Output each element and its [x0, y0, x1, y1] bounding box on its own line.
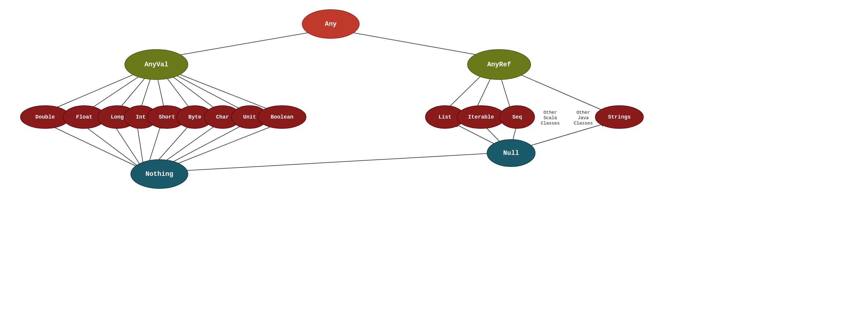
boolean-label: Boolean	[271, 114, 293, 120]
unit-label: Unit	[243, 114, 256, 120]
iterable-label: Iterable	[468, 114, 494, 120]
svg-line-13	[81, 123, 140, 168]
double-label: Double	[35, 114, 55, 120]
byte-label: Byte	[188, 114, 201, 120]
svg-line-28	[526, 123, 607, 147]
svg-line-20	[168, 123, 280, 168]
svg-line-10	[166, 70, 244, 111]
char-label: Char	[216, 114, 229, 120]
svg-line-2	[343, 31, 495, 58]
anyval-label: AnyVal	[144, 61, 168, 68]
svg-line-29	[177, 153, 495, 171]
null-label: Null	[503, 149, 519, 157]
svg-line-12	[45, 123, 139, 168]
other-java-label: Other	[576, 110, 590, 115]
short-label: Short	[159, 114, 175, 120]
seq-label: Seq	[512, 114, 522, 120]
strings-label: Strings	[608, 114, 631, 120]
anyref-label: AnyRef	[487, 61, 511, 68]
svg-line-24	[509, 70, 604, 111]
other-scala-label2: Scala	[543, 115, 557, 121]
svg-line-11	[168, 70, 273, 111]
int-label: Int	[136, 114, 146, 120]
other-java-label3: Classes	[574, 121, 593, 126]
list-label: List	[438, 114, 451, 120]
other-scala-label3: Classes	[540, 121, 560, 126]
type-hierarchy-diagram: Any AnyVal AnyRef Double Float Long Int …	[0, 0, 868, 319]
any-label: Any	[325, 21, 337, 28]
svg-line-1	[162, 31, 319, 58]
svg-line-19	[162, 123, 247, 168]
long-label: Long	[111, 114, 124, 120]
nothing-label: Nothing	[146, 171, 173, 178]
float-label: Float	[76, 114, 92, 120]
other-java-label2: Java	[578, 115, 589, 121]
other-scala-label: Other	[543, 110, 557, 115]
